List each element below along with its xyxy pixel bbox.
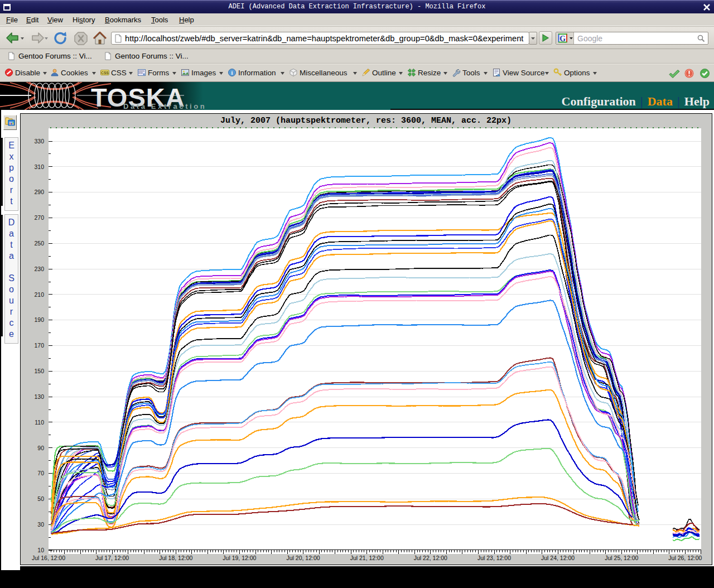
svg-text:Jul 26, 12:00: Jul 26, 12:00 xyxy=(668,555,702,561)
svg-text:110: 110 xyxy=(35,419,44,426)
svg-text:Jul 19, 12:00: Jul 19, 12:00 xyxy=(223,555,256,561)
svg-text:30: 30 xyxy=(37,521,44,528)
svg-text:Jul 16, 12:00: Jul 16, 12:00 xyxy=(32,555,65,561)
svg-text:70: 70 xyxy=(37,470,44,476)
svg-text:Jul 20, 12:00: Jul 20, 12:00 xyxy=(287,555,320,561)
svg-text:90: 90 xyxy=(37,445,44,451)
svg-text:130: 130 xyxy=(34,393,44,400)
svg-text:170: 170 xyxy=(34,342,44,349)
svg-text:50: 50 xyxy=(37,495,44,502)
svg-text:190: 190 xyxy=(34,316,44,323)
svg-text:Jul 18, 12:00: Jul 18, 12:00 xyxy=(159,555,192,561)
svg-text:Jul 22, 12:00: Jul 22, 12:00 xyxy=(414,555,447,561)
svg-text:Jul 24, 12:00: Jul 24, 12:00 xyxy=(541,555,575,561)
svg-text:250: 250 xyxy=(34,240,44,247)
svg-text:Jul 17, 12:00: Jul 17, 12:00 xyxy=(95,555,129,561)
svg-text:Jul 25, 12:00: Jul 25, 12:00 xyxy=(605,555,638,561)
svg-text:290: 290 xyxy=(34,189,44,195)
svg-text:Jul 23, 12:00: Jul 23, 12:00 xyxy=(477,555,511,561)
svg-text:10: 10 xyxy=(37,547,44,553)
svg-text:Jul 21, 12:00: Jul 21, 12:00 xyxy=(350,555,384,561)
svg-text:150: 150 xyxy=(34,368,44,374)
svg-text:230: 230 xyxy=(34,266,44,272)
svg-text:330: 330 xyxy=(34,138,44,144)
svg-text:310: 310 xyxy=(34,163,44,170)
svg-text:210: 210 xyxy=(34,291,44,298)
svg-text:270: 270 xyxy=(34,214,44,221)
